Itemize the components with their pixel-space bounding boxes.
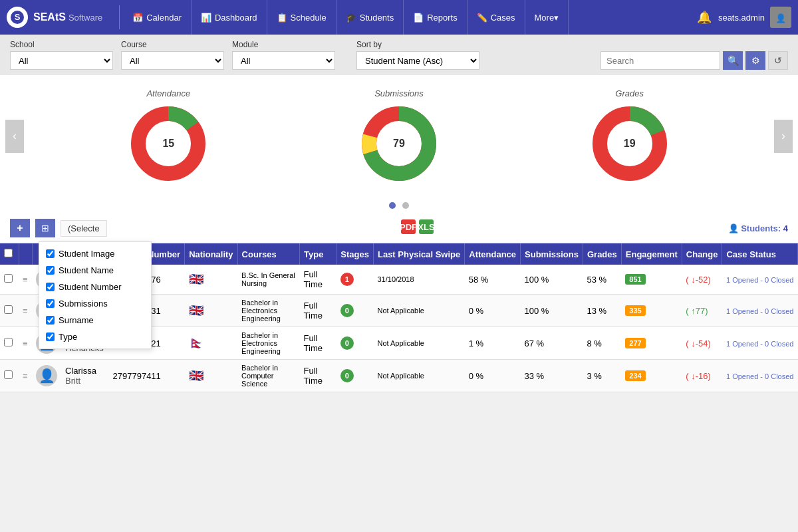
carousel-dot-2[interactable] <box>402 202 409 209</box>
case-status-link[interactable]: 1 Opened - 0 Closed <box>726 307 794 315</box>
nav-cases[interactable]: ✏️ Cases <box>467 0 525 35</box>
th-grades[interactable]: Grades <box>583 243 621 265</box>
row-stages: 0 <box>336 295 374 327</box>
brand-name: SEAtS <box>33 11 66 23</box>
nav-calendar[interactable]: 📅 Calendar <box>123 0 192 35</box>
col-dropdown-item-surname[interactable]: Surname <box>39 312 151 329</box>
case-status-link[interactable]: 1 Opened - 0 Closed <box>726 276 794 284</box>
students-icon: 🎓 <box>346 13 356 23</box>
change-value: ( ↓-52) <box>686 275 711 285</box>
th-submissions[interactable]: Submissions <box>521 243 583 265</box>
nav-schedule[interactable]: 📋 Schedule <box>267 0 336 35</box>
th-engagement[interactable]: Engagement <box>621 243 682 265</box>
select-all-checkbox[interactable] <box>4 249 13 257</box>
carousel-prev-button[interactable]: ‹ <box>5 120 24 153</box>
col-dropdown-item-student-image[interactable]: Student Image <box>39 245 151 262</box>
add-button[interactable]: + <box>10 219 30 237</box>
carousel-dots <box>0 197 798 213</box>
students-count-value: 4 <box>783 223 788 233</box>
school-select[interactable]: All <box>10 51 113 70</box>
sort-select[interactable]: Student Name (Asc) <box>356 51 479 70</box>
search-button[interactable]: 🔍 <box>723 51 743 70</box>
module-select[interactable]: All <box>232 51 335 70</box>
reset-button[interactable]: ↺ <box>768 51 788 70</box>
drag-icon[interactable]: ≡ <box>23 275 28 285</box>
search-input[interactable] <box>600 51 720 70</box>
case-status-link[interactable]: 1 Opened - 0 Closed <box>726 340 794 348</box>
col-checkbox-submissions[interactable] <box>46 299 55 308</box>
notification-bell-icon[interactable]: 🔔 <box>697 10 712 25</box>
submissions-chart: Submissions 79 <box>359 88 439 184</box>
row-attendance: 58 % <box>465 265 521 295</box>
pdf-export-button[interactable]: PDF <box>401 219 416 237</box>
case-status-link[interactable]: 1 Opened - 0 Closed <box>726 372 794 380</box>
row-grades: 8 % <box>583 327 621 360</box>
nav-reports[interactable]: 📄 Reports <box>404 0 467 35</box>
course-label: Course <box>121 40 224 49</box>
row-last-swipe: Not Applicable <box>373 360 464 392</box>
nav-dashboard-label: Dashboard <box>215 13 257 23</box>
row-nationality: 🇬🇧 <box>185 360 237 392</box>
col-dropdown-item-type[interactable]: Type <box>39 329 151 345</box>
col-checkbox-student-name[interactable] <box>46 266 55 275</box>
stage-badge: 0 <box>340 369 354 382</box>
engagement-badge: 335 <box>625 305 645 316</box>
th-change[interactable]: Change <box>682 243 722 265</box>
drag-icon[interactable]: ≡ <box>23 306 28 316</box>
th-attendance[interactable]: Attendance <box>465 243 521 265</box>
row-checkbox[interactable] <box>4 305 13 314</box>
students-count: 👤 Students: 4 <box>728 223 788 233</box>
nav-dashboard[interactable]: 📊 Dashboard <box>192 0 267 35</box>
carousel-dot-1[interactable] <box>389 202 396 209</box>
drag-icon[interactable]: ≡ <box>23 338 28 348</box>
col-dropdown-item-student-name[interactable]: Student Name <box>39 262 151 279</box>
col-checkbox-type[interactable] <box>46 332 55 341</box>
avatar-person-icon: 👤 <box>39 368 55 384</box>
column-dropdown: Student Image Student Name Student Numbe… <box>39 241 152 349</box>
engagement-badge: 234 <box>625 370 645 381</box>
col-dropdown-item-submissions[interactable]: Submissions <box>39 295 151 312</box>
col-checkbox-surname[interactable] <box>46 316 55 325</box>
module-filter-group: Module All <box>232 40 335 70</box>
grades-title: Grades <box>590 88 670 98</box>
col-checkbox-student-number[interactable] <box>46 283 55 291</box>
flag-icon: 🇬🇧 <box>189 304 203 317</box>
row-engagement: 335 <box>621 295 682 327</box>
row-checkbox[interactable] <box>4 274 13 283</box>
col-label-submissions: Submissions <box>59 299 108 309</box>
row-change: ( ↓-16) <box>682 360 722 392</box>
drag-icon[interactable]: ≡ <box>23 371 28 381</box>
row-last-swipe: Not Applicable <box>373 327 464 360</box>
th-stages[interactable]: Stages <box>336 243 374 265</box>
course-select[interactable]: All <box>121 51 224 70</box>
col-checkbox-student-image[interactable] <box>46 249 55 258</box>
attendance-title: Attendance <box>128 88 208 98</box>
row-drag-cell: ≡ <box>19 360 32 392</box>
stage-badge: 0 <box>340 336 354 350</box>
row-checkbox[interactable] <box>4 370 13 379</box>
carousel-next-button[interactable]: › <box>774 120 793 153</box>
row-checkbox[interactable] <box>4 338 13 346</box>
col-dropdown-item-student-number[interactable]: Student Number <box>39 279 151 295</box>
th-last-swipe[interactable]: Last Physical Swipe <box>373 243 464 265</box>
submissions-title: Submissions <box>359 88 439 98</box>
svg-text:XLS: XLS <box>419 222 434 232</box>
row-attendance: 0 % <box>465 360 521 392</box>
nav-cases-label: Cases <box>491 13 515 23</box>
row-courses: B.Sc. In General Nursing <box>237 265 299 295</box>
dashboard-icon: 📊 <box>201 13 211 23</box>
nav-students[interactable]: 🎓 Students <box>336 0 404 35</box>
brand[interactable]: S SEAtS Software <box>7 7 102 28</box>
th-type[interactable]: Type <box>300 243 336 265</box>
columns-button[interactable]: ⊞ <box>35 219 55 237</box>
th-nationality[interactable]: Nationality <box>185 243 237 265</box>
th-case-status[interactable]: Case Status <box>722 243 798 265</box>
filter-button[interactable]: ⚙ <box>745 51 765 70</box>
row-case-status: 1 Opened - 0 Closed <box>722 327 798 360</box>
th-courses[interactable]: Courses <box>237 243 299 265</box>
nav-more[interactable]: More▾ <box>525 0 569 35</box>
row-submissions: 100 % <box>521 265 583 295</box>
submissions-percent: 79 <box>393 138 405 150</box>
excel-export-button[interactable]: XLS <box>419 219 434 237</box>
main-content: ‹ Attendance 15 Submissions 79 <box>0 75 798 392</box>
